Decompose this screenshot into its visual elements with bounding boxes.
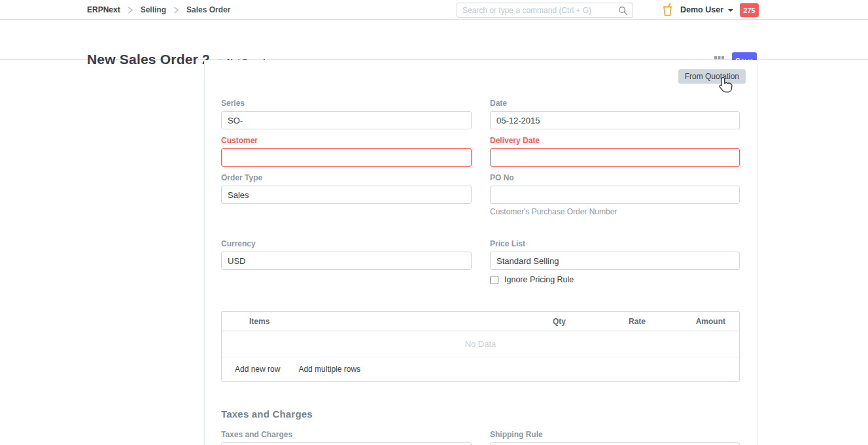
rate-column-header: Rate [566,317,646,326]
po-no-field: PO No Customer's Purchase Order Number [490,173,740,216]
add-multiple-rows-button[interactable]: Add multiple rows [298,365,360,374]
po-no-input[interactable] [490,186,740,204]
po-no-help-text: Customer's Purchase Order Number [490,207,740,216]
form-container: From Quotation Series Date Customer Deli… [204,60,757,445]
customer-input[interactable] [221,148,472,167]
from-quotation-button[interactable]: From Quotation [678,69,746,84]
amount-column-header: Amount [646,317,725,326]
taxes-and-charges-label: Taxes and Charges [221,430,472,439]
items-column-header: Items [222,317,485,326]
chevron-right-icon [173,7,179,14]
taxes-and-charges-field: Taxes and Charges [221,430,472,445]
breadcrumb: ERPNext Selling Sales Order [87,0,230,20]
date-input[interactable] [490,111,740,129]
order-type-field: Order Type [221,173,472,204]
price-list-label: Price List [490,239,740,248]
customer-field: Customer [221,136,472,167]
shipping-rule-label: Shipping Rule [490,430,740,439]
price-list-input[interactable] [490,252,740,270]
search-input[interactable] [462,6,618,15]
currency-field: Currency [221,239,472,270]
qty-column-header: Qty [485,317,566,326]
taxes-and-charges-input[interactable] [221,442,472,445]
series-input[interactable] [221,111,472,129]
top-navbar: ERPNext Selling Sales Order Demo User 27… [0,0,868,20]
customer-label: Customer [221,136,472,145]
items-table-empty-row: No Data [222,331,739,357]
page-head: New Sales Order 2 Not Saved Save [0,20,868,60]
series-field: Series [221,99,472,129]
search-icon[interactable] [618,6,627,15]
shipping-rule-input[interactable] [490,442,740,445]
delivery-date-input[interactable] [490,148,740,167]
breadcrumb-erpnext[interactable]: ERPNext [87,5,120,14]
shipping-rule-field: Shipping Rule [490,430,740,445]
price-list-field: Price List [490,239,740,270]
items-table-header: Items Qty Rate Amount [222,312,739,331]
add-new-row-button[interactable]: Add new row [235,365,280,374]
order-type-input[interactable] [221,186,472,204]
currency-input[interactable] [221,252,472,270]
no-data-text: No Data [465,339,496,349]
cup-icon[interactable] [663,3,672,19]
taxes-section-heading: Taxes and Charges [221,408,313,420]
chevron-right-icon [128,7,133,14]
po-no-label: PO No [490,173,740,182]
breadcrumb-selling[interactable]: Selling [141,5,166,14]
user-menu[interactable]: Demo User [680,0,733,20]
delivery-date-label: Delivery Date [490,136,740,145]
breadcrumb-sales-order[interactable]: Sales Order [186,5,230,14]
items-table-footer: Add new row Add multiple rows [222,357,739,381]
ignore-pricing-rule-field[interactable]: Ignore Pricing Rule [490,275,574,284]
global-search [457,3,633,18]
user-menu-label: Demo User [680,5,723,14]
order-type-label: Order Type [221,173,472,182]
page-title: New Sales Order 2 [87,52,210,67]
delivery-date-field: Delivery Date [490,136,740,167]
ignore-pricing-rule-checkbox[interactable] [490,276,498,284]
notifications-badge[interactable]: 275 [740,3,759,17]
caret-down-icon [728,9,733,12]
ignore-pricing-rule-label: Ignore Pricing Rule [504,275,574,284]
currency-label: Currency [221,239,472,248]
items-table: Items Qty Rate Amount No Data Add new ro… [221,311,740,382]
series-label: Series [221,99,472,108]
date-label: Date [490,99,740,108]
date-field: Date [490,99,740,129]
